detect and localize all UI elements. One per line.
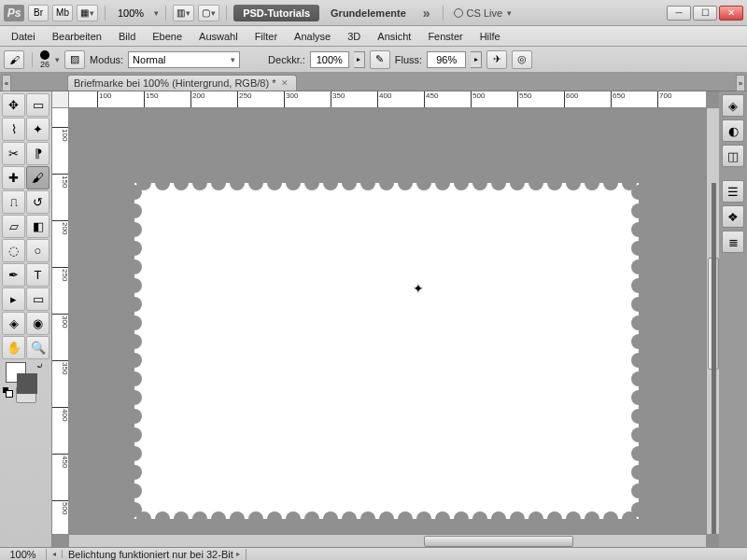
zoom-tool[interactable]: 🔍	[26, 336, 49, 359]
scrollbar-thumb[interactable]	[424, 536, 573, 547]
flow-label: Fluss:	[395, 54, 422, 65]
menu-window[interactable]: Fenster	[420, 29, 470, 44]
brush-panel-button[interactable]: ▨	[64, 50, 85, 69]
canvas-area: 100 150 200 250 300 350 400 450 500 550 …	[52, 91, 719, 547]
marquee-tool[interactable]: ▭	[26, 93, 49, 117]
scrollbar-horizontal[interactable]	[69, 534, 706, 547]
healing-tool[interactable]: ✚	[2, 166, 25, 189]
tool-preset-icon[interactable]: 🖌	[4, 50, 24, 69]
blur-tool[interactable]: ◌	[2, 239, 25, 262]
status-info[interactable]: Belichtung funktioniert nur bei 32-Bit ▸	[63, 549, 247, 560]
tablet-opacity-button[interactable]: ✎	[370, 50, 390, 69]
type-tool[interactable]: T	[26, 263, 49, 287]
brush-preview[interactable]: 26	[40, 50, 49, 69]
menu-edit[interactable]: Bearbeiten	[45, 29, 109, 44]
menu-file[interactable]: Datei	[4, 29, 43, 44]
menu-help[interactable]: Hilfe	[472, 29, 508, 44]
channels-panel-icon[interactable]: ◐	[722, 119, 744, 142]
lasso-tool[interactable]: ⌇	[2, 118, 25, 141]
workspace: ✥ ▭ ⌇ ✦ ✂ ⁋ ✚ 🖌 ⎍ ↺ ▱ ◧ ◌ ○ ✒ T ▸ ▭ ◈ ◉ …	[0, 91, 747, 547]
default-colors-icon[interactable]	[3, 387, 12, 397]
window-controls: ─ ☐ ✕	[667, 6, 743, 21]
close-icon[interactable]: ✕	[281, 78, 290, 88]
ruler-tick: 300	[284, 91, 298, 108]
styles-panel-icon[interactable]: ❖	[722, 205, 744, 228]
wand-tool[interactable]: ✦	[26, 118, 49, 141]
ruler-vertical[interactable]: 100 150 200 250 300 350 400 450 500	[52, 108, 69, 534]
history-panel-icon[interactable]: ≣	[722, 231, 744, 253]
ruler-tick: 100	[52, 127, 69, 141]
menu-select[interactable]: Auswahl	[191, 29, 246, 44]
eyedropper-tool[interactable]: ⁋	[26, 142, 49, 165]
zoom-dropdown-icon[interactable]: ▾	[153, 7, 159, 20]
status-zoom[interactable]: 100%	[0, 549, 47, 560]
3d-tool[interactable]: ◈	[2, 312, 25, 335]
cs-live-button[interactable]: CS Live ▾	[450, 7, 516, 20]
3d-camera-tool[interactable]: ◉	[26, 312, 49, 335]
dodge-tool[interactable]: ○	[26, 239, 49, 262]
tablet-size-button[interactable]: ◎	[512, 50, 532, 69]
menu-analyse[interactable]: Analyse	[287, 29, 338, 44]
status-info-text: Belichtung funktioniert nur bei 32-Bit	[68, 549, 233, 560]
document-tab[interactable]: Briefmarke bei 100% (Hintergrund, RGB/8)…	[67, 75, 297, 91]
flow-input[interactable]	[427, 51, 466, 68]
crop-tool[interactable]: ✂	[2, 142, 25, 165]
status-nav-prev[interactable]: ◂	[47, 550, 63, 558]
opacity-slider-icon[interactable]: ▸	[354, 51, 365, 68]
opacity-input[interactable]	[310, 51, 349, 68]
ruler-tick: 200	[52, 220, 69, 234]
mode-select[interactable]: Normal ▾	[128, 51, 240, 68]
workspace-more-icon[interactable]: »	[417, 6, 436, 21]
ruler-tick: 200	[190, 91, 204, 108]
path-select-tool[interactable]: ▸	[2, 287, 25, 311]
cs-live-icon	[454, 8, 463, 18]
launch-minibridge-button[interactable]: Mb	[52, 5, 73, 21]
brush-picker-icon[interactable]: ▾	[54, 53, 60, 66]
airbrush-button[interactable]: ✈	[486, 50, 507, 69]
document-tabs: Briefmarke bei 100% (Hintergrund, RGB/8)…	[0, 73, 747, 91]
collapse-right-icon[interactable]: »	[736, 75, 745, 91]
panel-dock-strip[interactable]	[712, 183, 716, 534]
launch-bridge-button[interactable]: Br	[28, 5, 49, 21]
adjustments-panel-icon[interactable]: ☰	[722, 180, 744, 203]
brush-tool[interactable]: 🖌	[26, 166, 49, 189]
arrange-docs-button[interactable]: ▥▾	[173, 5, 194, 21]
shape-tool[interactable]: ▭	[26, 287, 49, 311]
stamp-tool[interactable]: ⎍	[2, 190, 25, 214]
menu-view[interactable]: Ansicht	[370, 29, 418, 44]
workspace-tab-psd[interactable]: PSD-Tutorials	[233, 5, 319, 21]
flow-slider-icon[interactable]: ▸	[471, 51, 482, 68]
minimize-button[interactable]: ─	[667, 6, 691, 21]
canvas[interactable]: ✦	[69, 108, 706, 534]
view-extras-button[interactable]: ▦▾	[77, 5, 98, 21]
menu-3d[interactable]: 3D	[340, 29, 368, 44]
swap-colors-icon[interactable]: ⤾	[36, 361, 44, 371]
close-button[interactable]: ✕	[719, 6, 743, 21]
hand-tool[interactable]: ✋	[2, 336, 25, 359]
paths-panel-icon[interactable]: ◫	[722, 145, 744, 167]
options-bar: 🖌 26 ▾ ▨ Modus: Normal ▾ Deckkr.: ▸ ✎ Fl…	[0, 47, 747, 73]
screen-mode-button[interactable]: ▢▾	[198, 5, 219, 21]
ruler-tick: 400	[377, 91, 391, 108]
eraser-tool[interactable]: ▱	[2, 215, 25, 238]
app-logo: Ps	[4, 5, 24, 21]
layers-panel-icon[interactable]: ◈	[722, 94, 744, 117]
history-brush-tool[interactable]: ↺	[26, 190, 49, 214]
mode-label: Modus:	[90, 54, 123, 65]
move-tool[interactable]: ✥	[2, 93, 25, 117]
menu-image[interactable]: Bild	[111, 29, 143, 44]
ruler-tick: 400	[52, 407, 69, 421]
ruler-origin[interactable]	[52, 91, 69, 108]
gradient-tool[interactable]: ◧	[26, 215, 49, 238]
pen-tool[interactable]: ✒	[2, 263, 25, 287]
maximize-button[interactable]: ☐	[693, 6, 717, 21]
menu-layer[interactable]: Ebene	[145, 29, 190, 44]
ruler-tick: 150	[144, 91, 158, 108]
menu-filter[interactable]: Filter	[247, 29, 285, 44]
ruler-horizontal[interactable]: 100 150 200 250 300 350 400 450 500 550 …	[69, 91, 706, 108]
workspace-tab-essentials[interactable]: Grundelemente	[323, 5, 414, 21]
color-swatches[interactable]: ⤾	[2, 360, 49, 398]
collapse-left-icon[interactable]: «	[2, 75, 11, 91]
zoom-level[interactable]: 100%	[112, 7, 149, 19]
background-swatch[interactable]	[17, 373, 37, 394]
